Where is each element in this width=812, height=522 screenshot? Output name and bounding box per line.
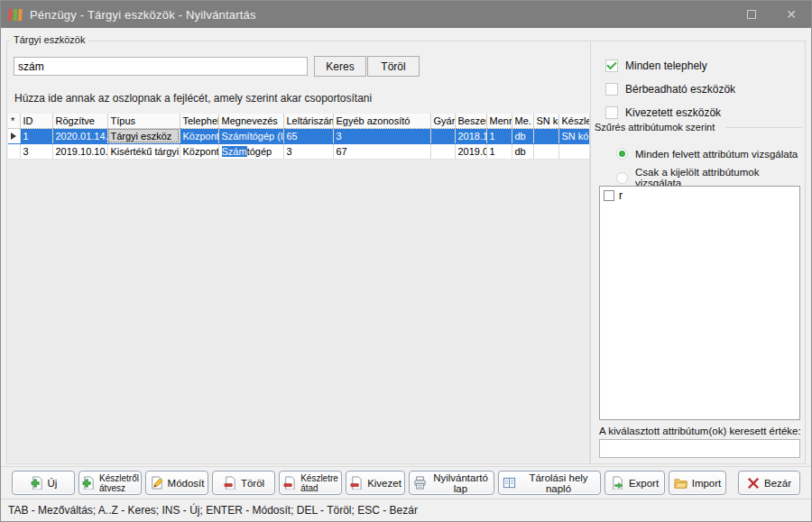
cell-keszlet[interactable] — [558, 143, 590, 159]
col-header-mennyiseg[interactable]: Menny — [486, 114, 512, 128]
pencil-icon — [150, 476, 163, 490]
doc-minus-icon — [349, 476, 363, 490]
checkbox-kivezetett-eszkozok[interactable]: Kivezetett eszközök — [605, 106, 721, 119]
col-header-keszlet[interactable]: Készle — [558, 114, 590, 128]
cell-id[interactable]: 3 — [20, 143, 52, 159]
window-title: Pénzügy - Tárgyi eszközök - Nyilvántartá… — [30, 8, 256, 22]
cell-gyart[interactable] — [430, 143, 455, 159]
tarolasi-hely-naplo-button[interactable]: Tárolási hely napló — [498, 471, 601, 495]
cell-tipus-focused[interactable]: Tárgyi eszköz — [107, 128, 180, 143]
torol-button[interactable]: Töröl — [212, 471, 275, 495]
cell-sn-kod[interactable] — [533, 143, 558, 159]
export-button[interactable]: Export — [604, 471, 665, 495]
cell-id[interactable]: 1 — [20, 128, 52, 143]
cell-me[interactable]: db — [512, 128, 533, 143]
torol-filter-button[interactable]: Töröl — [367, 56, 420, 77]
col-header-tipus[interactable]: Típus — [107, 114, 180, 128]
cell-megnevezes[interactable]: Számtógép — [218, 143, 283, 159]
cell-telephely[interactable]: Központi te — [180, 128, 218, 143]
table-row[interactable]: 3 2019.10.10. Kisértékű tárgyi e Központ… — [8, 143, 590, 159]
cell-leltariszam[interactable]: 3 — [283, 143, 333, 159]
checkbox-berbeadhato-eszkozok[interactable]: Bérbeadható eszközök — [605, 83, 735, 96]
maximize-button[interactable] — [732, 1, 771, 28]
cell-leltariszam[interactable]: 65 — [283, 128, 333, 143]
radio-selected-icon — [616, 148, 628, 160]
status-hint-text: TAB - Mezőváltás; A..Z - Keres; INS - Új… — [8, 504, 418, 517]
groupbox-label: Tárgyi eszközök — [10, 34, 88, 45]
button-label: Kivezet — [367, 478, 401, 489]
close-icon: ✕ — [786, 7, 797, 22]
attr-filter-group-line — [726, 127, 802, 128]
radio-minden-attributum[interactable]: Minden felvett attribútum vizsgálata — [616, 148, 798, 160]
cell-gyart[interactable] — [430, 128, 455, 143]
doc-plus-icon — [81, 476, 95, 490]
bezar-button[interactable]: Bezár — [738, 471, 800, 495]
app-window: Pénzügy - Tárgyi eszközök - Nyilvántartá… — [0, 0, 812, 522]
row-indicator — [8, 143, 20, 159]
cell-megnevezes[interactable]: Számítógép (la — [218, 128, 283, 143]
cell-egyeb-azonosito[interactable]: 3 — [333, 128, 430, 143]
maximize-icon — [747, 10, 756, 19]
col-header-telephely[interactable]: Telephely — [180, 114, 218, 128]
list-item-attribute[interactable]: r — [604, 189, 796, 202]
checkbox-label: Kivezetett eszközök — [625, 106, 721, 119]
radio-label: Minden felvett attribútum vizsgálata — [635, 149, 798, 160]
checkbox-minden-telephely[interactable]: Minden telephely — [605, 60, 707, 72]
doc-plus-icon — [30, 476, 43, 490]
asset-grid[interactable]: * ID Rögzítve Típus Telephely Megnevezés… — [8, 114, 590, 462]
col-header-indicator[interactable]: * — [8, 114, 20, 128]
attr-value-input[interactable] — [599, 439, 800, 458]
search-match-highlight: Szám — [222, 146, 247, 157]
cell-beszerzes[interactable]: 2019.0 — [455, 143, 486, 159]
cell-me[interactable]: db — [512, 143, 533, 159]
cell-rogzitve[interactable]: 2019.10.10. — [52, 143, 107, 159]
checkbox-unchecked-icon — [605, 106, 618, 119]
checkbox-label: Minden telephely — [625, 60, 707, 72]
col-header-me[interactable]: Me. — [512, 114, 533, 128]
attribute-listbox[interactable]: r — [599, 186, 800, 420]
cell-mennyiseg[interactable]: 1 — [486, 143, 512, 159]
row-indicator — [8, 128, 20, 143]
attribute-label: r — [619, 189, 623, 202]
filter-panel: Minden telephely Bérbeadható eszközök Ki… — [590, 41, 805, 463]
uj-button[interactable]: Új — [12, 471, 75, 495]
keszletre-atad-button[interactable]: Készletre átad — [279, 471, 342, 495]
col-header-rogzitve[interactable]: Rögzítve — [52, 114, 107, 128]
import-button[interactable]: Import — [669, 471, 726, 495]
col-header-sn-kod[interactable]: SN kó — [533, 114, 558, 128]
button-label: Tárolási hely napló — [521, 472, 596, 494]
kivezet-button[interactable]: Kivezet — [346, 471, 405, 495]
col-header-egyeb-azonosito[interactable]: Egyéb azonosító — [333, 114, 430, 128]
keszletrol-atvesz-button[interactable]: Készletről átvesz — [78, 471, 142, 495]
grid-header-row[interactable]: * ID Rögzítve Típus Telephely Megnevezés… — [8, 114, 590, 128]
col-header-leltariszam[interactable]: Leltáriszám — [283, 114, 333, 128]
col-header-gyart[interactable]: Gyárt — [430, 114, 455, 128]
cell-beszerzes[interactable]: 2018.1 — [455, 128, 486, 143]
keres-button[interactable]: Keres — [314, 56, 366, 77]
megnevezes-rest: tógép — [247, 146, 272, 157]
modosit-button[interactable]: Módosít — [145, 471, 208, 495]
doc-minus-icon — [282, 476, 296, 490]
cell-telephely[interactable]: Központi te — [180, 143, 218, 159]
cell-rogzitve[interactable]: 2020.01.14. — [52, 128, 107, 143]
button-label: Töröl — [241, 478, 264, 489]
col-header-id[interactable]: ID — [20, 114, 52, 128]
button-label: Módosít — [168, 478, 205, 489]
button-label: Nyilvántartó lap — [431, 472, 490, 494]
close-button[interactable]: ✕ — [771, 1, 811, 28]
cell-tipus[interactable]: Kisértékű tárgyi e — [107, 143, 180, 159]
col-header-megnevezes[interactable]: Megnevezés — [218, 114, 283, 128]
col-header-beszerzes[interactable]: Beszer: — [455, 114, 486, 128]
attr-value-label: A kiválasztott attribútum(ok) keresett é… — [599, 426, 801, 436]
button-label: Import — [692, 478, 722, 489]
search-input[interactable] — [14, 57, 308, 76]
cell-keszlet[interactable]: SN kó — [558, 128, 590, 143]
nyilvantarto-lap-button[interactable]: Nyilvántartó lap — [409, 471, 494, 495]
doc-minus-icon — [223, 476, 236, 490]
button-label: Készletről átvesz — [99, 473, 139, 493]
table-row-selected[interactable]: 1 2020.01.14. Tárgyi eszköz Központi te … — [8, 128, 590, 143]
cell-mennyiseg[interactable]: 1 — [486, 128, 512, 143]
checkbox-checked-icon — [605, 60, 618, 72]
cell-sn-kod[interactable] — [533, 128, 558, 143]
cell-egyeb-azonosito[interactable]: 67 — [333, 143, 430, 159]
